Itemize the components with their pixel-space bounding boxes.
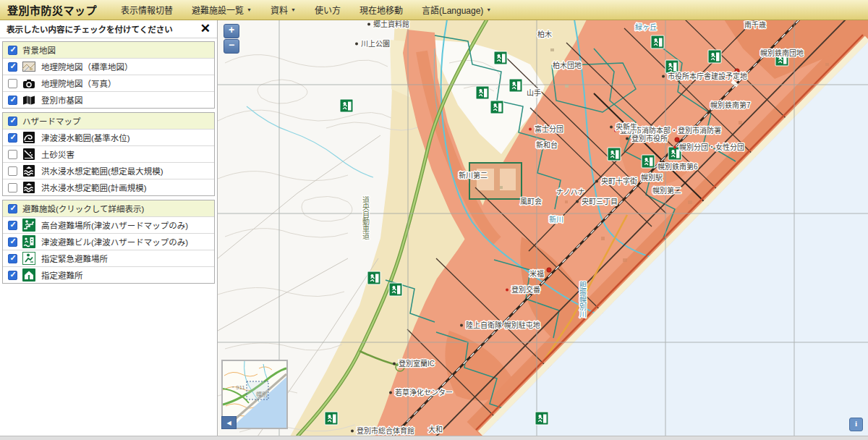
checkbox[interactable] (8, 204, 17, 213)
layer-item-label: 地理院地図（写真） (41, 77, 116, 89)
svg-text:新川: 新川 (549, 215, 563, 224)
checkbox[interactable] (8, 62, 17, 72)
evacuation-site-icon[interactable] (608, 148, 621, 161)
svg-text:央町十字街: 央町十字街 (601, 177, 637, 185)
checkbox[interactable] (8, 237, 17, 247)
black-dot-marker (576, 200, 579, 203)
menu-item-4[interactable]: 現在地移動 (350, 0, 412, 20)
checkbox[interactable] (8, 166, 17, 176)
checkbox[interactable] (8, 79, 17, 88)
evacuation-site-icon[interactable] (509, 79, 522, 92)
map-label: 登別交番 (506, 285, 540, 294)
fire-station-marker[interactable] (675, 138, 679, 142)
layer-item[interactable]: 津波避難ビル(津波ハザードマップのみ) (3, 233, 214, 250)
fire-station-marker[interactable] (547, 268, 551, 272)
checkbox[interactable] (8, 183, 17, 192)
svg-text:市役所本庁舎建設予定地: 市役所本庁舎建設予定地 (668, 72, 747, 80)
layer-item[interactable]: 洪水浸水想定範囲(想定最大規模) (3, 162, 214, 179)
evacuation-site-icon[interactable] (367, 271, 380, 284)
info-button[interactable]: i (849, 418, 863, 431)
svg-text:幌別分団・女性分団: 幌別分団・女性分団 (679, 143, 744, 151)
evacuation-site-icon[interactable] (476, 86, 489, 99)
layer-section-header[interactable]: ハザードマップ (3, 113, 214, 129)
svg-text:柏木: 柏木 (537, 30, 552, 38)
black-dot-marker (351, 430, 354, 433)
red-dot-marker (673, 146, 676, 149)
map-label: 若草浄化センター (389, 388, 453, 397)
svg-text:川上公園: 川上公園 (361, 40, 390, 48)
menu-item-label: 資料 (271, 4, 288, 16)
map-label: 柏木団地 (553, 61, 582, 69)
zoom-out-button[interactable]: − (224, 39, 239, 54)
evacuation-site-icon[interactable] (708, 50, 721, 63)
evacuation-site-icon[interactable] (340, 99, 353, 112)
menu-item-2[interactable]: 資料▼ (261, 0, 305, 20)
svg-text:幌別鉄南団地: 幌別鉄南団地 (760, 48, 804, 57)
layer-item[interactable]: 地理院地図（標準地図） (3, 58, 214, 75)
evacuation-site-icon[interactable] (494, 51, 507, 64)
map-canvas[interactable]: 郷土資料館川上公園柏木緑ヶ丘南千歳山手柏木団地富士分団新和台新川第二ナノハナ風町… (218, 20, 868, 436)
checkbox[interactable] (8, 221, 17, 230)
flood-icon (22, 164, 36, 177)
checkbox[interactable] (8, 96, 17, 105)
facility-block (469, 163, 522, 199)
layer-item[interactable]: 土砂災害 (3, 145, 214, 162)
map-label: ナノハナ (556, 188, 585, 196)
zoom-in-button[interactable]: + (224, 24, 239, 38)
menu-item-1[interactable]: 避難施設一覧▼ (182, 0, 261, 20)
layer-item[interactable]: 高台避難場所(津波ハザードマップのみ) (3, 216, 214, 233)
menu: 表示情報切替避難施設一覧▼資料▼使い方現在地移動言語(Language)▼ (111, 0, 501, 20)
layer-item[interactable]: 指定緊急避難場所 (3, 250, 214, 266)
svg-text:幌別第二: 幌別第二 (652, 186, 681, 195)
menu-item-3[interactable]: 使い方 (305, 0, 350, 20)
camera-icon (22, 77, 36, 90)
menu-item-5[interactable]: 言語(Language)▼ (412, 0, 501, 20)
checkbox[interactable] (8, 133, 17, 143)
evacuation-site-icon[interactable] (651, 35, 664, 48)
close-icon[interactable]: ✕ (200, 22, 210, 35)
layer-item-label: 洪水浸水想定範囲(計画規模) (41, 182, 147, 193)
layer-panel: 表示したい内容にチェックを付けてください ✕ 背景地図地理院地図（標準地図）地理… (0, 20, 217, 436)
evacuation-site-icon[interactable] (642, 155, 655, 168)
svg-text:登別市総合体育館: 登別市総合体育館 (357, 426, 414, 435)
layer-section-header[interactable]: 避難施設(クリックして詳細表示) (3, 200, 214, 216)
map-label: 登別市役所 (626, 134, 668, 143)
emergency-evac-icon (22, 252, 36, 265)
evacuation-site-icon[interactable] (389, 283, 402, 296)
overview-minimap[interactable]: 幌別 ・911 ◀ (221, 360, 288, 429)
menu-item-0[interactable]: 表示情報切替 (111, 0, 182, 20)
map-label: 登別市総合体育館 (351, 426, 414, 435)
map-label: 幌別鉄南第7 (710, 101, 751, 109)
menu-item-label: 表示情報切替 (121, 4, 173, 16)
checkbox[interactable] (8, 46, 17, 55)
section-label: 背景地図 (22, 44, 56, 56)
layer-item[interactable]: 洪水浸水想定範囲(計画規模) (3, 179, 214, 195)
evacuation-site-icon[interactable] (665, 60, 678, 73)
checkbox[interactable] (8, 254, 17, 263)
svg-text:山手: 山手 (527, 88, 541, 97)
layer-item[interactable]: 津波浸水範囲(基準水位) (3, 129, 214, 145)
layer-group-2: 避難施設(クリックして詳細表示)高台避難場所(津波ハザードマップのみ)津波避難ビ… (2, 200, 215, 284)
layer-item[interactable]: 地理院地図（写真） (3, 75, 214, 91)
svg-text:富士分団: 富士分団 (535, 124, 563, 133)
svg-text:央新生: 央新生 (616, 122, 637, 131)
svg-text:米福: 米福 (529, 269, 544, 278)
layer-section-header[interactable]: 背景地図 (3, 42, 214, 58)
menu-item-label: 言語(Language) (422, 4, 483, 16)
minimap-collapse-button[interactable]: ◀ (221, 416, 237, 429)
layer-item[interactable]: 指定避難所 (3, 266, 214, 283)
checkbox[interactable] (8, 117, 17, 126)
black-dot-marker (393, 363, 396, 365)
checkbox[interactable] (8, 150, 17, 159)
layer-item[interactable]: 登別市基図 (3, 91, 214, 108)
evacuation-site-icon[interactable] (490, 101, 503, 114)
svg-text:登別市役所: 登別市役所 (631, 134, 668, 143)
evacuation-site-icon[interactable] (535, 412, 548, 425)
layer-panel-header: 表示したい内容にチェックを付けてください ✕ (0, 20, 217, 38)
layer-item-label: 登別市基図 (41, 94, 83, 106)
svg-text:若草浄化センター: 若草浄化センター (395, 388, 453, 397)
checkbox[interactable] (8, 271, 17, 280)
evacuation-site-icon[interactable] (325, 412, 338, 425)
map-label: 登別室蘭IC (393, 359, 435, 368)
menu-item-label: 現在地移動 (359, 4, 403, 16)
